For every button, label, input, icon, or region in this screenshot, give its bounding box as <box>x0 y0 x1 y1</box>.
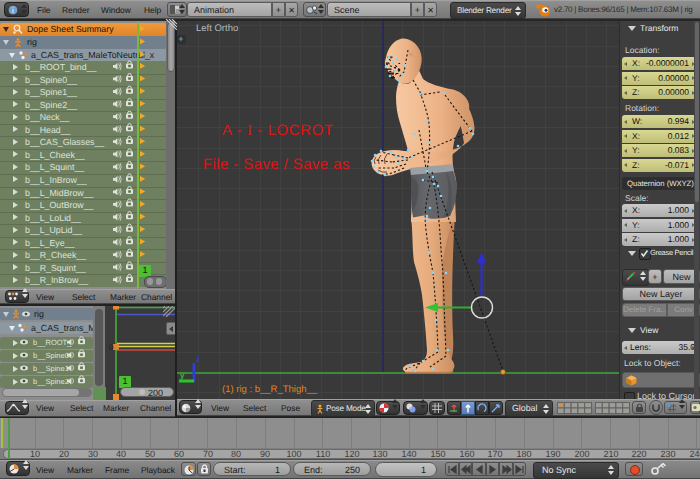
svg-text:0: 0 <box>109 343 114 352</box>
svg-text:i: i <box>12 6 14 15</box>
